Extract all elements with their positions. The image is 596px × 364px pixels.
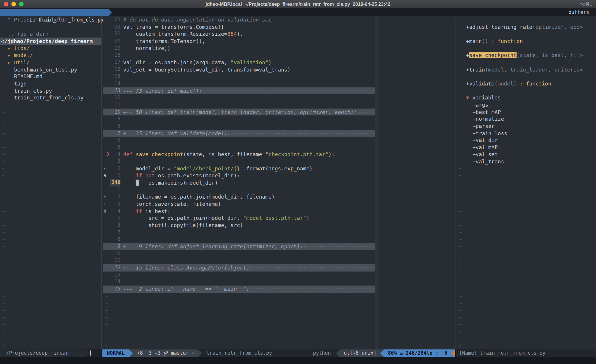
code-line[interactable]: 22val_trans = transforms.Compose([ (102, 24, 455, 31)
code-line[interactable]: +2 filename = os.path.join(model_dir, fi… (102, 193, 455, 200)
code-line[interactable]: 9 (102, 115, 455, 122)
code-line[interactable]: 10 (102, 250, 455, 257)
code-line[interactable]: 16val_set = QuerySet(root=val_dir, trans… (102, 66, 455, 73)
indent-guide (136, 222, 136, 228)
tagbar-entry[interactable]: +train(model, train_loader, criterio> (456, 66, 596, 73)
code-line[interactable]: 18 (102, 52, 455, 59)
tagbar-entry[interactable]: ▼ variables (456, 94, 596, 101)
code-line[interactable]: 1 (102, 186, 455, 193)
screen: jdhao-MBP.local ~/Projects/deep_firearm/… (0, 0, 596, 364)
nerdtree-item-file[interactable]: README.md (0, 73, 101, 80)
code-line[interactable]: 7 (102, 229, 455, 236)
code-line[interactable]: 14 (102, 279, 455, 286)
gutter-sign (102, 94, 110, 101)
folded-line[interactable]: 9+-- 9 lines: def adjust_learning_rate(o… (102, 243, 455, 250)
code-line[interactable]: 8 (102, 236, 455, 243)
window-separator-right[interactable] (455, 16, 455, 349)
code-line[interactable]: a1 if not os.path.exists(model_dir): (102, 172, 455, 179)
text: os.path.exists(model_dir): (155, 173, 240, 179)
powerline-arrow (380, 349, 384, 357)
gutter-sign (102, 257, 110, 264)
zoom-button[interactable] (19, 2, 24, 7)
nerdtree-item-dir[interactable]: ▸ model/ (0, 52, 101, 59)
empty-line-tilde: ~ (0, 307, 101, 314)
folded-line[interactable]: 12+-- 15 lines: class AverageMeter(objec… (102, 264, 455, 271)
tagbar-entry[interactable]: +val_mAP (456, 144, 596, 151)
nerdtree-pane: " Press ? for help.. (up a dir)</jdhao/P… (0, 16, 101, 349)
text: "validation" (230, 59, 268, 65)
code-line[interactable]: 3 (102, 158, 455, 165)
git-segment: +8 ~3 -3 master ⚡ (133, 349, 198, 357)
code-line[interactable]: 11 (102, 101, 455, 108)
close-button[interactable] (4, 2, 8, 7)
tagbar-entry[interactable]: +val_dir (456, 137, 596, 144)
code-line[interactable]: 17val_dir = os.path.join(args.data, "val… (102, 59, 455, 66)
window-separator-left[interactable] (101, 16, 101, 349)
fold-summary: +-- 15 lines: class AverageMeter(object)… (123, 265, 253, 271)
tagbar-entry[interactable]: +val_set (456, 151, 596, 158)
tagbar-entry[interactable]: +parser (456, 123, 596, 130)
text: ) (268, 59, 272, 65)
tagbar-entry[interactable]: +args (456, 101, 596, 108)
fold-summary: +-- 50 lines: def train(model, train_loa… (123, 109, 357, 115)
folded-line[interactable]: 13+-- 73 lines: def main():·············… (102, 87, 455, 94)
folded-line[interactable]: 7+-- 35 lines: def validate(model):·····… (102, 130, 455, 137)
nerdtree-up-dir[interactable]: .. (up a dir) (0, 31, 101, 38)
empty-line-tilde: ~ (456, 179, 596, 186)
code-line[interactable]: 21 custom_transform.Resize(size=384), (102, 31, 455, 38)
tab-active[interactable]: 1. train_retr_from_cls.py (0, 9, 108, 16)
code-line[interactable]: 11 (102, 257, 455, 264)
text: "checkpoint.pth.tar" (265, 151, 328, 157)
text: torch.save(state, filename) (123, 201, 221, 207)
code-line[interactable]: b4 if is_best: (102, 208, 455, 215)
code-line[interactable]: ~5 src = os.path.join(model_dir, "model_… (102, 215, 455, 222)
nerdtree-item-file[interactable]: train_cls.py (0, 87, 101, 94)
tilde-mark: ~ (459, 342, 462, 349)
gutter-sign (102, 179, 110, 186)
dir-collapsed-arrow-icon: ▸ (8, 45, 11, 51)
tagbar-entry[interactable]: +train_loss (456, 130, 596, 137)
code-line[interactable]: 20 transforms.ToTensor(), (102, 38, 455, 44)
tagbar-pane: +adjust_learning_rate(optimizer, epo>+ma… (456, 16, 596, 349)
tilde-mark: ~ (459, 251, 462, 257)
text: transforms.ToTensor(), (123, 38, 205, 44)
code-line[interactable]: 23# do not do data augmentation on valid… (102, 16, 455, 23)
nerdtree-item-file[interactable]: benchmark_on_test.py (0, 66, 101, 73)
code-line[interactable]: 8 (102, 123, 455, 130)
tilde-mark: ~ (459, 307, 462, 313)
minimize-button[interactable] (11, 2, 16, 7)
tagbar-entry[interactable]: +main() : function (456, 38, 596, 44)
nerdtree-item-dir[interactable]: ▸ libs/ (0, 45, 101, 52)
text (142, 173, 145, 179)
tag-sig: (model, train_loader, criterio (485, 66, 579, 72)
code-line[interactable]: 15 (102, 73, 455, 80)
code-line[interactable]: 13 (102, 271, 455, 278)
nerdtree-root[interactable]: </jdhao/Projects/deep_firearm (0, 38, 101, 44)
code-line[interactable]: 5 (102, 144, 455, 151)
line-number: 246 (110, 179, 120, 186)
folded-line[interactable]: 10+-- 50 lines: def train(model, train_l… (102, 108, 455, 115)
tilde-mark: ~ (2, 187, 6, 193)
code-line[interactable]: 19 normalize]) (102, 45, 455, 52)
tagbar-entry[interactable]: +best_mAP (456, 108, 596, 115)
tilde-mark: ~ (2, 286, 6, 292)
code-line[interactable]: 14 (102, 80, 455, 87)
nerdtree-help: " Press ? for help (0, 16, 101, 23)
nerdtree-item-file[interactable]: train_retr_from_cls.py (0, 94, 101, 101)
tagbar-entry[interactable]: +normalize (456, 115, 596, 122)
folded-line[interactable]: 15+-- 2 lines: if __name__ == "__main__"… (102, 286, 455, 292)
tagbar-entry[interactable]: +save_checkpoint(state, is_best, fil> (456, 52, 596, 59)
nerdtree-item-file[interactable]: tags (0, 80, 101, 87)
nerdtree-item-dir[interactable]: ▸ util/ (0, 59, 101, 66)
code-line[interactable]: ~2 model_dir = "model/check_point/{}".fo… (102, 165, 455, 172)
code-line[interactable]: +3 torch.save(state, filename) (102, 201, 455, 208)
code-line[interactable]: 6 shutil.copyfile(filename, src) (102, 222, 455, 229)
tagbar-entry[interactable]: +val_trans (456, 158, 596, 165)
file-label: train_retr_from_cls.py (14, 95, 84, 101)
code-line[interactable]: 246 os.makedirs(model_dir) (102, 179, 455, 186)
code-line[interactable]: _34def save_checkpoint(state, is_best, f… (102, 151, 455, 158)
tagbar-entry[interactable]: +adjust_learning_rate(optimizer, epo> (456, 24, 596, 31)
tagbar-entry[interactable]: +validate(model) : function (456, 80, 596, 87)
code-line[interactable]: 6 (102, 137, 455, 144)
code-line[interactable]: 12 (102, 94, 455, 101)
